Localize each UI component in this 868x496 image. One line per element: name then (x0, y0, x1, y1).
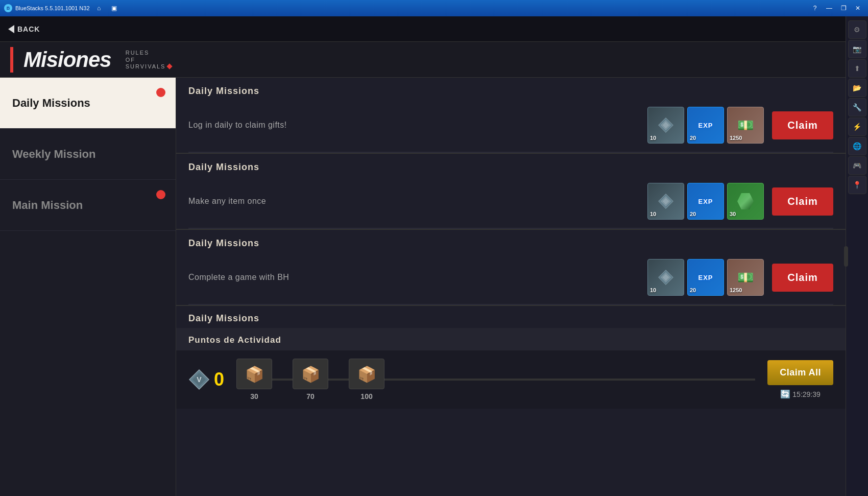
sidebar-tool-4[interactable]: 📂 (848, 79, 866, 97)
mission-1-header: Daily Missions (176, 78, 846, 101)
activity-reward-label-100: 100 (360, 392, 372, 400)
points-diamond-icon: V (188, 369, 210, 390)
exp-label-3: EXP (698, 274, 713, 281)
activity-rewards: 📦 30 📦 70 (236, 359, 755, 400)
daily-missions-label: Daily Missions (12, 97, 90, 110)
mission-3-description: Complete a game with BH (188, 273, 639, 282)
mission-section-3: Daily Missions Complete a game with BH (176, 230, 846, 306)
activity-reward-label-70: 70 (306, 392, 315, 400)
claim-all-button[interactable]: Claim All (767, 360, 833, 385)
claim-button-3[interactable]: Claim (772, 264, 833, 292)
game-area: BACK Misiones RULES OF SURVIVALS Da (0, 16, 868, 496)
reward-3-count-1: 10 (650, 287, 656, 293)
left-panel: Daily Missions Weekly Mission Main Missi… (0, 78, 176, 496)
timer-refresh-icon: 🔄 (780, 389, 790, 399)
mission-2-header: Daily Missions (176, 154, 846, 177)
main-badge (156, 190, 165, 199)
reward-item-diamond-3: 10 (647, 259, 684, 296)
camera-icon[interactable]: ▣ (108, 2, 120, 14)
svg-text:V: V (197, 375, 202, 384)
content-area: BACK Misiones RULES OF SURVIVALS Da (0, 16, 846, 496)
back-button[interactable]: BACK (8, 25, 40, 33)
sidebar-handle[interactable] (844, 246, 848, 267)
sidebar-item-daily[interactable]: Daily Missions (0, 78, 176, 129)
activity-section: Puntos de Actividad V 0 (176, 328, 846, 409)
title-bar-text: BlueStacks 5.5.101.1001 N32 (15, 5, 90, 11)
weekly-mission-label: Weekly Mission (12, 148, 95, 161)
back-label: BACK (17, 25, 40, 33)
bluestacks-logo: B (4, 4, 12, 12)
mission-2-content: Make any item once 10 (176, 177, 846, 228)
mission-section-2: Daily Missions Make any item once (176, 154, 846, 230)
activity-reward-70: 📦 70 (293, 359, 328, 400)
top-nav: BACK (0, 16, 846, 42)
mission-section-1: Daily Missions Log in daily to claim gif… (176, 78, 846, 154)
reward-item-exp-1: EXP 20 (687, 107, 724, 144)
maximize-icon[interactable]: ❐ (837, 2, 850, 14)
crate-icon-30: 📦 (245, 365, 264, 383)
activity-reward-30: 📦 30 (236, 359, 272, 400)
rules-line1: RULES (126, 50, 150, 56)
main-content: Daily Missions Weekly Mission Main Missi… (0, 78, 846, 496)
close-icon[interactable]: ✕ (852, 2, 864, 14)
mission-3-rewards: 10 EXP 20 💵 1250 (647, 259, 764, 296)
sidebar-item-main[interactable]: Main Mission (0, 180, 176, 231)
reward-1-count-1: 10 (650, 135, 656, 141)
mission-1-content: Log in daily to claim gifts! (176, 101, 846, 152)
claim-all-container: Claim All 🔄 15:29:39 (767, 360, 833, 399)
activity-content: V 0 📦 30 (176, 350, 846, 409)
activity-points-display: V 0 (188, 369, 224, 390)
home-icon[interactable]: ⌂ (93, 2, 105, 14)
back-arrow-icon (8, 25, 14, 33)
sidebar-item-weekly[interactable]: Weekly Mission (0, 129, 176, 180)
reward-item-gem-2: 30 (727, 183, 764, 220)
survivals-label: SURVIVALS (126, 63, 166, 69)
sidebar-tool-8[interactable]: 🎮 (848, 156, 866, 175)
mission-3-header: Daily Missions (176, 230, 846, 253)
reward-item-diamond-1: 10 (647, 107, 684, 144)
rules-line2: OF (126, 57, 135, 63)
help-icon[interactable]: ? (809, 2, 821, 14)
game-title: Misiones (23, 48, 111, 72)
game-header: Misiones RULES OF SURVIVALS (0, 42, 846, 78)
title-bar-controls: ? — ❐ ✕ (809, 2, 864, 14)
mission-1-description: Log in daily to claim gifts! (188, 121, 639, 130)
reward-2-count-3: 30 (730, 211, 736, 217)
reward-2-count-2: 20 (690, 211, 696, 217)
sidebar-tool-6[interactable]: ⚡ (848, 117, 866, 136)
sidebar-tool-1[interactable]: ⚙ (848, 20, 866, 39)
mission-2-rewards: 10 EXP 20 30 (647, 183, 764, 220)
reward-1-count-3: 1250 (730, 135, 742, 141)
sidebar-tool-9[interactable]: 📍 (848, 176, 866, 194)
reward-3-count-2: 20 (690, 287, 696, 293)
title-accent (10, 47, 13, 73)
divider-3 (188, 304, 833, 305)
exp-label-1: EXP (698, 122, 713, 129)
activity-reward-100: 📦 100 (349, 359, 384, 400)
daily-badge (156, 88, 165, 97)
timer-display: 🔄 15:29:39 (780, 389, 821, 399)
mission-1-rewards: 10 EXP 20 💵 1250 (647, 107, 764, 144)
sidebar-tool-3[interactable]: ⬆ (848, 59, 866, 78)
activity-section-label: Puntos de Actividad (176, 328, 846, 350)
diamond-reward-icon (658, 117, 674, 133)
claim-button-2[interactable]: Claim (772, 187, 833, 216)
diamond-reward-icon-2 (658, 193, 674, 209)
reward-item-exp-2: EXP 20 (687, 183, 724, 220)
claim-button-1[interactable]: Claim (772, 111, 833, 139)
right-sidebar: ⚙ 📷 ⬆ 📂 🔧 ⚡ 🌐 🎮 📍 (846, 16, 868, 496)
mission-section-4: Daily Missions (176, 306, 846, 328)
minimize-icon[interactable]: — (823, 2, 835, 14)
sidebar-tool-5[interactable]: 🔧 (848, 98, 866, 116)
reward-item-cash-3: 💵 1250 (727, 259, 764, 296)
crate-icon-70: 📦 (301, 365, 320, 383)
diamond-reward-icon-3 (658, 269, 674, 286)
sidebar-tool-2[interactable]: 📷 (848, 40, 866, 58)
activity-reward-label-30: 30 (250, 392, 258, 400)
timer-value: 15:29:39 (792, 390, 821, 398)
reward-1-count-2: 20 (690, 135, 696, 141)
title-bar: B BlueStacks 5.5.101.1001 N32 ⌂ ▣ ? — ❐ … (0, 0, 868, 16)
crate-icon-100: 📦 (357, 365, 376, 383)
divider-2 (188, 228, 833, 229)
sidebar-tool-7[interactable]: 🌐 (848, 137, 866, 155)
